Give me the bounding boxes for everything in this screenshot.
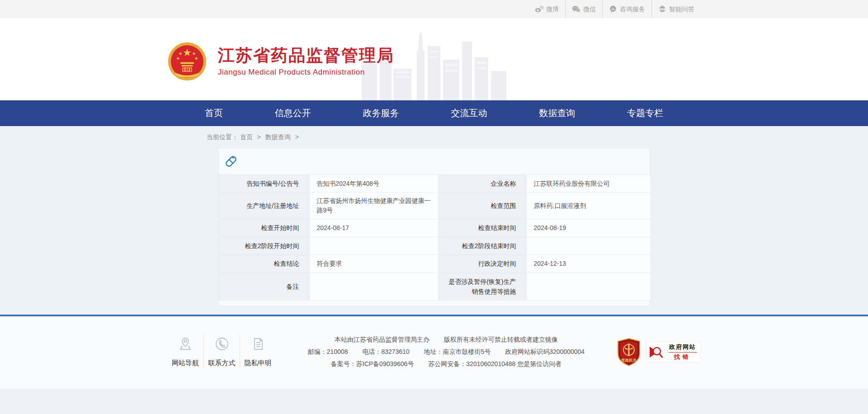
nav-item-home[interactable]: 首页 (197, 100, 231, 126)
consult-service-label: 咨询服务 (620, 0, 645, 18)
field-value: 江苏省扬州市扬州生物健康产业园健康一路9号 (309, 193, 438, 219)
inspection-table: 告知书编号/公告号 告知书2024年第408号 企业名称 江苏联环药业股份有限公… (219, 174, 651, 301)
field-value (526, 273, 651, 301)
footer-info: 本站由江苏省药品监督管理局主办 版权所有未经许可禁止转载或者建立镜像 邮编：21… (276, 334, 617, 370)
nav-item-info-disclosure[interactable]: 信息公开 (267, 100, 319, 126)
page-bottom-filler (0, 389, 868, 414)
weibo-icon (535, 5, 543, 13)
footer-link-contact[interactable]: 联系方式 (203, 334, 240, 369)
site-title: 江苏省药品监督管理局 (218, 46, 394, 66)
field-label: 检查范围 (438, 193, 526, 219)
nav-item-gov-services[interactable]: 政务服务 (355, 100, 407, 126)
field-value (309, 237, 438, 254)
field-value: 江苏联环药业股份有限公司 (526, 175, 651, 193)
footer-quick-links: 网站导航 联系方式 隐私申明 (167, 334, 276, 369)
field-value: 2024-08-17 (309, 219, 438, 237)
footer-badges: 党政机关 政府网站 找错 (617, 338, 701, 366)
footer-info-line3: 备案号：苏ICP备09039606号 苏公网安备：32010602010488 … (289, 358, 603, 370)
table-row: 检查2阶段开始时间 检查2阶段结束时间 (219, 237, 651, 254)
field-label: 企业名称 (438, 175, 526, 193)
breadcrumb-separator: > (295, 133, 299, 141)
field-label: 生产地址/注册地址 (219, 193, 309, 219)
footer-link-sitemap[interactable]: 网站导航 (167, 334, 203, 369)
field-label: 行政决定时间 (438, 255, 526, 273)
wechat-link[interactable]: 微信 (565, 0, 602, 18)
footer-phone: 电话：83273610 (362, 348, 409, 355)
field-label: 检查结论 (219, 255, 309, 273)
site-map-icon (178, 336, 193, 352)
field-value: 2024-08-19 (526, 219, 651, 237)
gov-site-badge-line1: 政府网站 (665, 343, 700, 351)
field-label: 检查开始时间 (219, 219, 309, 237)
field-value: 符合要求 (309, 255, 438, 273)
breadcrumb: 当前位置： 首页 > 数据查询 > (206, 133, 662, 141)
field-value (526, 237, 651, 254)
nav-item-interaction[interactable]: 交流互动 (443, 100, 495, 126)
gov-site-badge-line2: 找错 (669, 352, 697, 361)
smart-qa-label: 智能问答 (669, 0, 694, 18)
wechat-icon (572, 5, 580, 13)
footer-police-number: 苏公网安备：32010602010488 您是第位访问者 (428, 360, 561, 367)
inspection-detail-card: 告知书编号/公告号 告知书2024年第408号 企业名称 江苏联环药业股份有限公… (218, 148, 650, 306)
party-gov-badge-label: 党政机关 (621, 358, 637, 362)
field-value: 原料药,口服溶液剂 (526, 193, 651, 219)
site-header: 江苏省药品监督管理局 Jiangsu Medical Products Admi… (0, 18, 868, 100)
footer-address: 地址：南京市鼓楼街5号 (424, 348, 491, 355)
nav-item-special-topics[interactable]: 专题专栏 (619, 100, 671, 126)
footer-link-label: 联系方式 (204, 359, 240, 367)
field-label: 是否涉及暂停(恢复)生产销售使用等措施 (438, 273, 526, 301)
footer-info-line1: 本站由江苏省药品监督管理局主办 版权所有未经许可禁止转载或者建立镜像 (289, 334, 603, 346)
breadcrumb-separator: > (257, 133, 261, 141)
privacy-icon (250, 336, 266, 352)
footer-icp-number: 备案号：苏ICP备09039606号 (331, 360, 414, 367)
main-nav: 首页 信息公开 政务服务 交流互动 数据查询 专题专栏 (0, 100, 868, 126)
table-row: 备注 是否涉及暂停(恢复)生产销售使用等措施 (219, 273, 651, 301)
party-gov-badge[interactable]: 党政机关 (617, 338, 641, 366)
content-area: 当前位置： 首页 > 数据查询 > 告知书编号/公告号 (0, 126, 868, 315)
footer-postcode: 邮编：210008 (308, 348, 348, 355)
top-utility-bar: 微博 微信 咨询服务 (0, 0, 868, 18)
pill-icon (224, 155, 238, 168)
site-footer: 网站导航 联系方式 隐私申明 (0, 316, 868, 389)
field-label: 备注 (219, 273, 309, 301)
table-row: 检查结论 符合要求 行政决定时间 2024-12-13 (219, 255, 651, 273)
field-label: 检查结束时间 (438, 219, 526, 237)
smart-qa-link[interactable]: 智能问答 (651, 0, 701, 18)
gov-site-error-report-badge[interactable]: 政府网站 找错 (646, 342, 701, 362)
chat-service-icon (609, 5, 617, 13)
footer-info-line2: 邮编：210008 电话：83273610 地址：南京市鼓楼街5号 政府网站标识… (289, 346, 603, 358)
breadcrumb-prefix: 当前位置： (207, 133, 238, 141)
table-row: 检查开始时间 2024-08-17 检查结束时间 2024-08-19 (219, 219, 651, 237)
field-value (309, 273, 438, 301)
smart-qa-icon (658, 5, 666, 13)
table-row: 生产地址/注册地址 江苏省扬州市扬州生物健康产业园健康一路9号 检查范围 原料药… (219, 193, 651, 219)
footer-link-privacy[interactable]: 隐私申明 (240, 334, 276, 369)
field-label: 告知书编号/公告号 (219, 175, 309, 193)
error-report-magnifier-icon (647, 343, 665, 361)
field-label: 检查2阶段开始时间 (219, 237, 309, 254)
field-label: 检查2阶段结束时间 (438, 237, 526, 254)
footer-link-label: 隐私申明 (240, 359, 276, 367)
footer-copyright-text: 版权所有未经许可禁止转载或者建立镜像 (444, 336, 558, 343)
field-value: 告知书2024年第408号 (309, 175, 438, 193)
weibo-label: 微博 (546, 0, 559, 18)
footer-host-text: 本站由江苏省药品监督管理局主办 (335, 336, 429, 343)
consult-service-link[interactable]: 咨询服务 (602, 0, 651, 18)
weibo-link[interactable]: 微博 (528, 0, 565, 18)
site-logo[interactable]: 江苏省药品监督管理局 Jiangsu Medical Products Admi… (167, 42, 394, 81)
breadcrumb-link-home[interactable]: 首页 (240, 133, 253, 141)
field-value: 2024-12-13 (526, 255, 651, 273)
national-emblem-icon (167, 42, 207, 81)
table-row: 告知书编号/公告号 告知书2024年第408号 企业名称 江苏联环药业股份有限公… (219, 175, 651, 193)
footer-site-id: 政府网站标识码3200000004 (505, 348, 585, 355)
nav-item-data-query[interactable]: 数据查询 (531, 100, 583, 126)
breadcrumb-link-data-query[interactable]: 数据查询 (265, 133, 291, 141)
site-subtitle: Jiangsu Medical Products Administration (218, 68, 394, 77)
footer-link-label: 网站导航 (167, 359, 203, 367)
wechat-label: 微信 (583, 0, 596, 18)
contact-icon (214, 336, 230, 352)
